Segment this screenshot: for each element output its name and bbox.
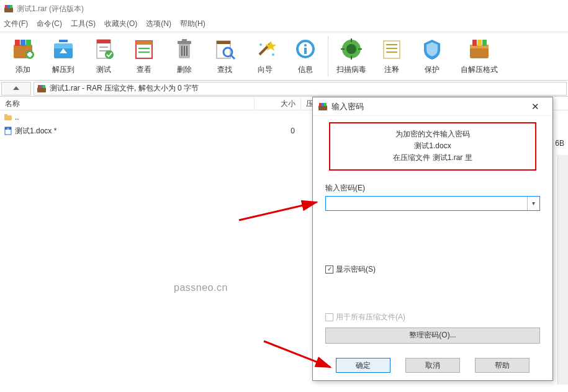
svg-marker-57 — [13, 86, 19, 90]
winrar-app-icon — [318, 102, 328, 112]
toolbar-add[interactable]: 添加 — [2, 33, 43, 79]
docx-icon: W — [4, 127, 12, 135]
cancel-button[interactable]: 取消 — [405, 358, 460, 373]
find-icon — [212, 36, 238, 62]
password-input[interactable] — [326, 197, 527, 210]
svg-rect-7 — [26, 40, 31, 46]
toolbar-virus-scan[interactable]: 扫描病毒 — [331, 33, 371, 79]
comment-icon — [379, 36, 405, 62]
svg-rect-12 — [54, 43, 73, 48]
info-icon — [292, 36, 318, 62]
column-size[interactable]: 大小 — [255, 97, 301, 110]
dialog-title: 输入密码 — [331, 101, 523, 112]
dialog-info-box: 为加密的文件输入密码 测试1.docx 在压缩文件 测试1.rar 里 — [329, 122, 536, 171]
toolbar-separator — [328, 36, 328, 76]
password-label: 输入密码(E) — [325, 183, 540, 194]
clipped-text: 6B — [555, 139, 564, 148]
up-arrow-icon — [12, 84, 20, 93]
wizard-icon — [252, 36, 278, 62]
svg-rect-61 — [43, 85, 45, 88]
svg-rect-41 — [304, 48, 307, 54]
path-display[interactable]: 测试1.rar - RAR 压缩文件, 解包大小为 0 字节 — [34, 82, 567, 96]
svg-rect-52 — [470, 47, 489, 58]
password-combobox[interactable]: ▾ — [325, 196, 540, 211]
test-icon — [91, 36, 117, 62]
show-password-checkbox[interactable] — [325, 265, 333, 274]
svg-rect-69 — [322, 103, 324, 106]
close-icon: ✕ — [531, 101, 539, 112]
menu-favorites[interactable]: 收藏夹(O) — [104, 19, 137, 29]
view-icon — [131, 36, 157, 62]
folder-up-icon — [4, 113, 12, 122]
toolbar-wizard[interactable]: 向导 — [245, 33, 285, 79]
menu-help[interactable]: 帮助(H) — [180, 19, 205, 29]
menubar: 文件(F) 命令(C) 工具(S) 收藏夹(O) 选项(N) 帮助(H) — [0, 17, 568, 32]
protect-icon — [419, 36, 445, 62]
toolbar-view[interactable]: 查看 — [124, 33, 164, 79]
svg-rect-1 — [5, 5, 7, 8]
svg-rect-68 — [319, 103, 322, 106]
window-title: 测试1.rar (评估版本) — [17, 4, 84, 14]
svg-rect-10 — [27, 53, 32, 56]
watermark: passneo.cn — [174, 282, 228, 293]
svg-line-33 — [231, 55, 235, 59]
svg-rect-54 — [472, 40, 477, 46]
svg-point-37 — [272, 53, 274, 56]
svg-line-72 — [239, 202, 317, 220]
use-for-all-checkbox — [325, 313, 333, 321]
pathbar: 测试1.rar - RAR 压缩文件, 解包大小为 0 字节 — [0, 81, 568, 97]
annotation-arrow-1 — [236, 198, 323, 223]
window-titlebar: 测试1.rar (评估版本) — [0, 0, 568, 17]
svg-rect-56 — [482, 40, 487, 46]
svg-rect-59 — [38, 85, 40, 88]
show-password-row[interactable]: 显示密码(S) — [325, 264, 540, 275]
sfx-icon — [466, 36, 492, 62]
svg-rect-0 — [4, 7, 13, 12]
svg-rect-6 — [20, 40, 25, 46]
toolbar: 添加 解压到 测试 查看 — [0, 32, 568, 81]
svg-rect-48 — [384, 41, 400, 58]
toolbar-delete[interactable]: 删除 — [164, 33, 204, 79]
menu-tools[interactable]: 工具(S) — [71, 19, 96, 29]
menu-options[interactable]: 选项(N) — [146, 19, 171, 29]
ok-button[interactable]: 确定 — [336, 358, 390, 373]
dropdown-arrow[interactable]: ▾ — [527, 197, 539, 210]
toolbar-protect[interactable]: 保护 — [412, 33, 452, 79]
manage-passwords-button[interactable]: 整理密码(O)... — [325, 327, 540, 344]
svg-point-43 — [346, 44, 356, 54]
scrollbar[interactable] — [557, 155, 568, 385]
svg-rect-63 — [4, 114, 7, 116]
svg-marker-35 — [265, 41, 276, 51]
use-for-all-row: 用于所有压缩文件(A) — [325, 312, 540, 323]
toolbar-sfx[interactable]: 自解压格式 — [452, 33, 507, 79]
svg-rect-55 — [477, 40, 482, 46]
password-dialog: 输入密码 ✕ 为加密的文件输入密码 测试1.docx 在压缩文件 测试1.rar… — [312, 97, 553, 381]
toolbar-info[interactable]: 信息 — [285, 33, 325, 79]
svg-rect-16 — [97, 40, 110, 43]
svg-rect-5 — [15, 40, 20, 46]
svg-rect-67 — [318, 105, 327, 110]
svg-text:W: W — [7, 127, 9, 130]
delete-icon — [171, 36, 197, 62]
svg-point-40 — [304, 44, 307, 47]
help-button[interactable]: 帮助 — [475, 358, 530, 373]
svg-rect-70 — [324, 103, 327, 106]
archive-icon — [37, 84, 47, 94]
toolbar-extract-to[interactable]: 解压到 — [43, 33, 83, 79]
svg-point-36 — [259, 43, 262, 46]
dialog-close-button[interactable]: ✕ — [523, 99, 548, 115]
menu-command[interactable]: 命令(C) — [37, 19, 62, 29]
dialog-titlebar: 输入密码 ✕ — [313, 97, 552, 116]
column-name[interactable]: 名称 — [0, 97, 255, 110]
up-button[interactable] — [1, 82, 31, 96]
svg-rect-62 — [4, 115, 12, 120]
toolbar-test[interactable]: 测试 — [83, 33, 124, 79]
svg-point-19 — [105, 50, 114, 59]
toolbar-find[interactable]: 查找 — [204, 33, 245, 79]
svg-rect-2 — [7, 5, 10, 8]
menu-file[interactable]: 文件(F) — [4, 19, 28, 29]
svg-rect-58 — [37, 87, 46, 92]
toolbar-comment[interactable]: 注释 — [371, 33, 412, 79]
add-icon — [10, 36, 36, 62]
winrar-app-icon — [4, 4, 14, 14]
